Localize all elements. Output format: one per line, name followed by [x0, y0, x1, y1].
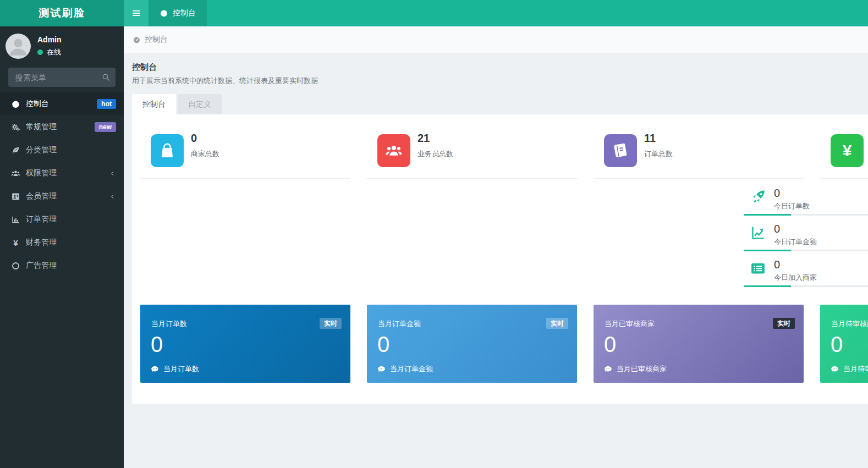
shopping-bag-icon [151, 134, 184, 167]
sidebar-item-order[interactable]: 订单管理 [0, 208, 124, 231]
card-month-order-amount[interactable]: 当月订单金额实时0当月订单金额 [367, 305, 577, 383]
menu-badge: hot [97, 99, 116, 109]
page-title: 控制台 [132, 62, 860, 73]
card-footer: 当月订单数 [151, 364, 199, 374]
book-icon [604, 134, 637, 167]
card-month-orders[interactable]: 当月订单数实时0当月订单数 [140, 305, 350, 383]
comment-icon [151, 365, 159, 373]
stat-progress [744, 285, 868, 287]
card-footer: 当月待审核商家 [831, 364, 868, 374]
sidebar-toggle-button[interactable] [124, 0, 149, 26]
dashboard-panel: 0商家总数21业务员总数11订单总数¥ 0今日订单数0今日订单金额0今日加入商家… [132, 114, 868, 404]
stat-today-orders: 0今日订单数 [744, 187, 868, 216]
gauge-icon [133, 36, 141, 44]
sidebar-item-label: 订单管理 [26, 214, 57, 224]
sidebar-item-dashboard[interactable]: 控制台hot [0, 92, 124, 115]
stat-today-new-merchants: 0今日加入商家 [744, 258, 868, 287]
rocket-icon [750, 189, 766, 205]
content-tabs: 控制台自定义 [132, 94, 868, 114]
circle-icon [11, 261, 20, 271]
gauge-icon [160, 9, 168, 18]
team-icon [11, 169, 20, 178]
chevron-left-icon [109, 193, 116, 200]
sidebar-item-label: 常规管理 [26, 122, 57, 132]
id-card-icon [11, 192, 20, 201]
realtime-badge: 实时 [546, 318, 568, 329]
top-navbar: 控制台 [124, 0, 868, 26]
realtime-badge: 实时 [773, 318, 795, 329]
sidebar-item-ad[interactable]: 广告管理 [0, 254, 124, 277]
menu-icon [131, 8, 141, 18]
card-footer-label: 当月订单数 [163, 364, 199, 374]
sidebar-item-category[interactable]: 分类管理 [0, 139, 124, 162]
card-value: 0 [831, 333, 843, 355]
user-status-label: 在线 [47, 47, 61, 57]
app-logo[interactable]: 测试刷脸 [0, 0, 124, 26]
info-box-revenue: ¥ [820, 114, 868, 179]
card-month-pending[interactable]: 当月待审核商家实时0当月待审核商家 [820, 305, 868, 383]
sidebar-item-general[interactable]: 常规管理new [0, 115, 124, 139]
info-box-value: 11 [644, 132, 656, 145]
stat-label: 今日订单数 [774, 201, 810, 211]
card-footer-label: 当月已审核商家 [617, 364, 667, 374]
sidebar-item-auth[interactable]: 权限管理 [0, 162, 124, 185]
sidebar-search [8, 68, 116, 87]
tab-custom[interactable]: 自定义 [178, 94, 222, 114]
info-box-label: 业务员总数 [417, 149, 453, 159]
sidebar-item-label: 财务管理 [26, 238, 57, 247]
card-title: 当月订单数 [151, 319, 187, 329]
sidebar-item-label: 会员管理 [26, 191, 57, 201]
gauge-icon [11, 100, 20, 109]
team-icon [377, 134, 410, 167]
navbar-tab-dashboard[interactable]: 控制台 [149, 0, 207, 26]
card-value: 0 [604, 333, 616, 355]
stat-progress [744, 250, 868, 251]
card-title: 当月待审核商家 [831, 319, 868, 329]
info-box-label: 订单总数 [644, 149, 673, 159]
card-footer-label: 当月待审核商家 [843, 364, 868, 374]
sidebar-item-member[interactable]: 会员管理 [0, 185, 124, 208]
list-icon [750, 260, 766, 277]
yen-icon: ¥ [11, 238, 20, 247]
page-header: 控制台 用于展示当前系统中的统计数据、统计报表及重要实时数据 [124, 53, 868, 86]
page-description: 用于展示当前系统中的统计数据、统计报表及重要实时数据 [132, 76, 860, 86]
stat-progress-fill [744, 250, 791, 251]
sidebar-item-label: 分类管理 [26, 145, 57, 155]
card-title: 当月订单金额 [378, 319, 421, 329]
comment-icon [831, 365, 839, 373]
stat-value: 0 [774, 223, 780, 235]
sidebar-item-finance[interactable]: ¥财务管理 [0, 231, 124, 254]
menu-badge: new [95, 122, 116, 132]
stat-progress-fill [744, 214, 791, 216]
chart-up-icon [750, 224, 766, 241]
user-panel: Admin 在线 [0, 26, 124, 65]
sidebar-item-label: 控制台 [26, 99, 49, 109]
stat-value: 0 [774, 187, 780, 200]
card-value: 0 [151, 333, 163, 355]
stat-progress [744, 214, 868, 216]
online-status-dot [37, 49, 43, 55]
comment-icon [377, 365, 386, 373]
user-status: 在线 [37, 47, 62, 57]
sidebar: Admin 在线 控制台hot常规管理new分类管理权限管理会员管理订单管理¥财… [0, 26, 124, 468]
stat-label: 今日加入商家 [774, 273, 817, 283]
info-box-label: 商家总数 [191, 149, 219, 159]
yen-icon: ¥ [831, 134, 864, 167]
card-month-audited[interactable]: 当月已审核商家实时0当月已审核商家 [594, 305, 804, 383]
user-name: Admin [37, 35, 62, 44]
chevron-left-icon [109, 170, 116, 177]
search-input[interactable] [8, 68, 116, 87]
today-stats: 0今日订单数0今日订单金额0今日加入商家 [744, 187, 868, 294]
sidebar-item-label: 权限管理 [26, 168, 57, 178]
comment-icon [604, 365, 612, 373]
breadcrumb-link[interactable]: 控制台 [145, 35, 168, 45]
card-footer: 当月订单金额 [377, 364, 433, 374]
gears-icon [11, 123, 20, 132]
sidebar-menu: 控制台hot常规管理new分类管理权限管理会员管理订单管理¥财务管理广告管理 [0, 92, 124, 277]
stat-today-order-amount: 0今日订单金额 [744, 223, 868, 251]
stat-progress-fill [744, 285, 791, 287]
search-icon[interactable] [101, 73, 111, 82]
leaf-icon [11, 146, 20, 155]
card-value: 0 [377, 333, 389, 355]
tab-dashboard[interactable]: 控制台 [132, 94, 176, 114]
